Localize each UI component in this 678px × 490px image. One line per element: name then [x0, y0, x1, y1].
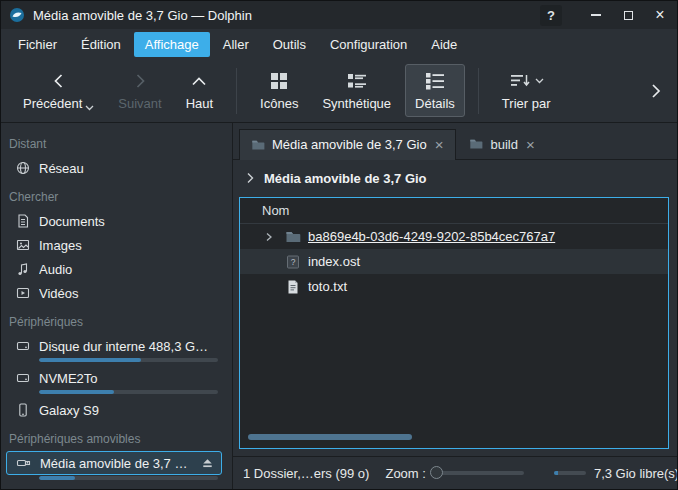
menu-fichier[interactable]: Fichier [7, 32, 68, 57]
menu-affichage[interactable]: Affichage [134, 32, 210, 57]
smartphone-icon [15, 402, 31, 418]
up-label: Haut [186, 96, 213, 111]
sidebar-item-galaxy-s9[interactable]: Galaxy S9 [1, 398, 232, 422]
sidebar-item-audio[interactable]: Audio [1, 257, 232, 281]
videos-icon [15, 285, 31, 301]
minimize-button[interactable] [584, 5, 608, 26]
chevron-left-icon [49, 70, 69, 92]
expand-slot-empty [264, 255, 278, 269]
network-icon [15, 160, 31, 176]
file-view: Nom ba869e4b-03d6-4249-9202-85b4cec767a7… [239, 197, 669, 449]
unknown-file-icon: ? [285, 254, 301, 270]
close-button[interactable]: × [648, 5, 672, 26]
expand-chevron-icon[interactable] [264, 230, 278, 244]
breadcrumb-location[interactable]: Média amovible de 3,7 Gio [264, 171, 427, 186]
tab-close-icon[interactable]: × [434, 137, 445, 152]
tab-close-icon[interactable]: × [525, 137, 536, 152]
zoom-slider-handle[interactable] [430, 466, 443, 479]
sidebar-item-label: Images [39, 238, 224, 253]
eject-icon[interactable] [200, 456, 215, 471]
tab-media-amovible[interactable]: Média amovible de 3,7 Gio × [239, 129, 456, 160]
documents-icon [15, 213, 31, 229]
back-button[interactable]: Précédent [13, 64, 104, 117]
view-compact-icon [346, 70, 368, 92]
file-row[interactable]: ba869e4b-03d6-4249-9202-85b4cec767a7 [240, 224, 668, 249]
sidebar-item-label: Vidéos [39, 286, 224, 301]
zoom-label: Zoom : [385, 466, 425, 481]
column-header-nom[interactable]: Nom [240, 198, 668, 224]
horizontal-scrollbar[interactable] [248, 434, 412, 440]
sort-icon [509, 70, 531, 92]
menu-aide[interactable]: Aide [420, 32, 468, 57]
places-section-peripheriques: Périphériques [1, 305, 232, 334]
forward-button[interactable]: Suivant [108, 64, 171, 117]
free-space-label: 7,3 Gio libre(s) [594, 466, 678, 481]
help-button[interactable]: ? [540, 5, 562, 26]
statusbar: 1 Dossier,…ers (99 o) Zoom : 7,3 Gio lib… [233, 456, 677, 489]
sidebar-item-images[interactable]: Images [1, 233, 232, 257]
forward-label: Suivant [118, 96, 161, 111]
sidebar-item-label: Média amovible de 3,7 … [40, 456, 192, 471]
sidebar-item-reseau[interactable]: Réseau [1, 156, 232, 180]
dolphin-app-icon [9, 7, 25, 23]
toolbar: Précédent Suivant Haut Icônes [1, 59, 677, 123]
text-file-icon [285, 279, 301, 295]
file-name[interactable]: ba869e4b-03d6-4249-9202-85b4cec767a7 [308, 229, 555, 244]
sort-by-button[interactable]: Trier par [492, 64, 561, 117]
caret-down-icon [535, 78, 544, 84]
view-details-icon [424, 70, 446, 92]
icons-view-button[interactable]: Icônes [250, 64, 308, 117]
svg-text:?: ? [291, 257, 296, 267]
sidebar-item-nvme2to[interactable]: NVME2To [1, 366, 232, 394]
minimize-icon [591, 14, 601, 16]
file-row[interactable]: ? index.ost [240, 249, 668, 274]
free-space-bar [554, 471, 586, 475]
menu-configuration[interactable]: Configuration [319, 32, 418, 57]
dolphin-window: Média amovible de 3,7 Gio — Dolphin ? × … [0, 0, 678, 490]
maximize-button[interactable] [616, 5, 640, 26]
compact-view-button[interactable]: Synthétique [312, 64, 401, 117]
caret-down-icon [85, 105, 94, 111]
tabbar: Média amovible de 3,7 Gio × build × [233, 123, 677, 160]
details-label: Détails [415, 96, 455, 111]
audio-icon [15, 261, 31, 277]
menubar: Fichier Édition Affichage Aller Outils C… [1, 29, 677, 59]
disk-usage-bar [39, 358, 218, 362]
sidebar-item-videos[interactable]: Vidéos [1, 281, 232, 305]
zoom-slider[interactable] [436, 471, 524, 475]
toolbar-overflow-button[interactable] [645, 77, 667, 105]
file-name[interactable]: toto.txt [308, 279, 347, 294]
close-icon: × [655, 7, 664, 23]
compact-label: Synthétique [322, 96, 391, 111]
chevron-right-icon [130, 70, 150, 92]
disk-usage-bar [39, 390, 218, 394]
chevron-right-icon [650, 82, 662, 100]
status-summary: 1 Dossier,…ers (99 o) [243, 466, 369, 481]
sidebar-item-disque-interne[interactable]: Disque dur interne 488,3 G… [1, 334, 232, 362]
folder-icon [251, 138, 265, 152]
view-icons-icon [268, 70, 290, 92]
sidebar-item-label: Audio [39, 262, 224, 277]
sidebar-item-documents[interactable]: Documents [1, 209, 232, 233]
menu-aller[interactable]: Aller [212, 32, 260, 57]
toolbar-separator [478, 68, 479, 114]
window-title: Média amovible de 3,7 Gio — Dolphin [33, 8, 252, 23]
menu-edition[interactable]: Édition [70, 32, 132, 57]
file-name[interactable]: index.ost [308, 254, 360, 269]
menu-outils[interactable]: Outils [262, 32, 317, 57]
images-icon [15, 237, 31, 253]
up-button[interactable]: Haut [176, 64, 223, 117]
toolbar-separator [236, 68, 237, 114]
titlebar: Média amovible de 3,7 Gio — Dolphin ? × [1, 1, 677, 29]
tab-build[interactable]: build × [457, 128, 547, 159]
chevron-right-icon[interactable] [245, 172, 256, 184]
details-view-button[interactable]: Détails [405, 64, 465, 117]
tab-label: build [490, 137, 517, 152]
expand-slot-empty [264, 280, 278, 294]
content: Distant Réseau Chercher Documents Images [1, 123, 677, 489]
sidebar-item-media-amovible[interactable]: Média amovible de 3,7 … [1, 451, 232, 480]
places-section-distant: Distant [1, 127, 232, 156]
disk-usage-bar [39, 476, 218, 480]
sidebar-item-label: Disque dur interne 488,3 G… [39, 339, 224, 354]
file-row[interactable]: toto.txt [240, 274, 668, 299]
